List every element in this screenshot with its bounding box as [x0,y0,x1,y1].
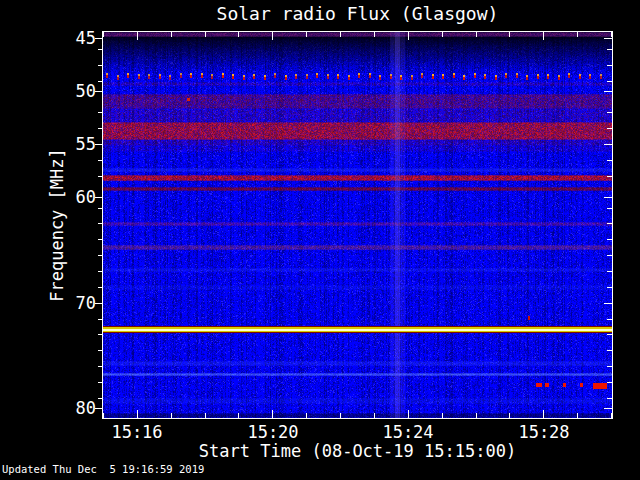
y-tick-label-50: 50 [56,81,96,101]
y-tick-label-45: 45 [56,28,96,48]
y-axis-tick [95,197,102,198]
x-axis-title: Start Time (08-Oct-19 15:15:00) [103,441,612,461]
y-axis-tick [95,303,102,304]
y-axis-tick [98,128,102,129]
spectrogram-app: Solar radio Flux (Glasgow) Frequency [MH… [0,0,640,480]
y-axis-tick [98,160,102,161]
plot-area [102,31,613,419]
y-tick-label-70: 70 [56,293,96,313]
y-axis-tick [98,350,102,351]
spectrogram-canvas [103,32,612,418]
y-axis-tick [98,112,102,113]
chart-title: Solar radio Flux (Glasgow) [103,3,612,24]
y-axis-tick [95,38,102,39]
y-axis-tick [98,208,102,209]
y-axis-tick [98,223,102,224]
y-axis-tick [98,334,102,335]
y-axis-tick [98,366,102,367]
x-tick-label-1520: 15:20 [247,422,298,442]
y-axis-tick [98,239,102,240]
y-axis-tick [98,255,102,256]
x-tick-label-1528: 15:28 [518,422,569,442]
y-axis-tick [98,398,102,399]
y-axis-tick [95,91,102,92]
y-axis-tick [98,176,102,177]
y-tick-label-55: 55 [56,134,96,154]
y-axis-tick [98,287,102,288]
y-axis-tick [98,81,102,82]
y-axis-tick [98,271,102,272]
y-axis-tick [98,49,102,50]
y-axis-tick [98,65,102,66]
y-axis-tick [98,319,102,320]
y-tick-label-60: 60 [56,187,96,207]
updated-timestamp: Updated Thu Dec 5 19:16:59 2019 [2,463,204,475]
x-tick-label-1516: 15:16 [111,422,162,442]
y-axis-title: Frequency [MHz] [47,148,67,302]
y-axis-tick [95,144,102,145]
y-axis-tick [98,382,102,383]
y-tick-label-80: 80 [56,398,96,418]
y-axis-tick [95,408,102,409]
x-tick-label-1524: 15:24 [382,422,433,442]
